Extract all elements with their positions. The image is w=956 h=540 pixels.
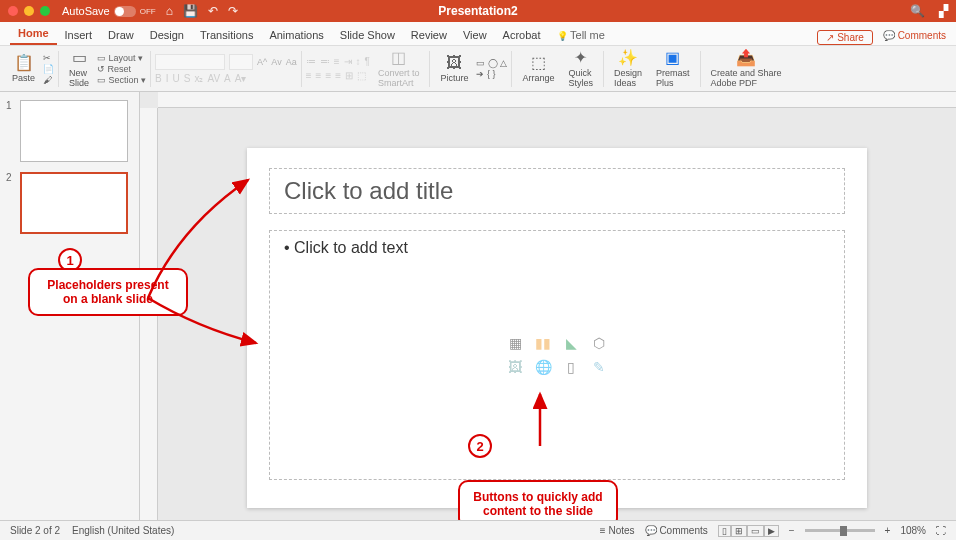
annotation-callout-2: Buttons to quickly add content to the sl… xyxy=(458,480,618,520)
smartart-button[interactable]: ◫Convert to SmartArt xyxy=(372,46,426,91)
tab-review[interactable]: Review xyxy=(403,25,455,45)
insert-smartart-icon[interactable]: ◣ xyxy=(560,334,582,352)
arrow-icon xyxy=(528,388,552,448)
tab-slideshow[interactable]: Slide Show xyxy=(332,25,403,45)
notes-button[interactable]: ≡ Notes xyxy=(600,525,635,536)
ribbon-tabs: Home Insert Draw Design Transitions Anim… xyxy=(0,22,956,46)
insert-video-icon[interactable]: ▯ xyxy=(560,358,582,376)
close-window-icon[interactable] xyxy=(8,6,18,16)
status-language[interactable]: English (United States) xyxy=(72,525,174,536)
insert-picture-icon[interactable]: 🖼 xyxy=(504,358,526,376)
premast-button[interactable]: ▣Premast Plus xyxy=(650,46,696,91)
home-icon[interactable]: ⌂ xyxy=(166,4,173,18)
thumbnail-slide[interactable] xyxy=(20,172,128,234)
body-placeholder-text: • Click to add text xyxy=(284,239,408,256)
save-icon[interactable]: 💾 xyxy=(183,4,198,18)
arrow-icon xyxy=(138,168,268,348)
insert-online-icon[interactable]: 🌐 xyxy=(532,358,554,376)
tab-view[interactable]: View xyxy=(455,25,495,45)
macos-titlebar: AutoSave OFF ⌂ 💾 ↶ ↷ Presentation2 🔍 ▞ xyxy=(0,0,956,22)
window-controls[interactable] xyxy=(8,6,50,16)
title-placeholder[interactable]: Click to add title xyxy=(269,168,845,214)
zoom-slider[interactable] xyxy=(805,529,875,532)
paragraph-row1[interactable]: ≔≕≡⇥↕¶ xyxy=(306,56,370,67)
minimize-window-icon[interactable] xyxy=(24,6,34,16)
clipboard-extras[interactable]: ✂📄🖌 xyxy=(43,53,54,85)
thumbnail-2[interactable]: 2 xyxy=(6,172,133,234)
tab-animations[interactable]: Animations xyxy=(261,25,331,45)
zoom-out-button[interactable]: − xyxy=(789,525,795,536)
zoom-in-button[interactable]: + xyxy=(885,525,891,536)
paste-button[interactable]: 📋Paste xyxy=(6,46,41,91)
slide[interactable]: Click to add title • Click to add text ▦… xyxy=(247,148,867,508)
slide-canvas-area: Click to add title • Click to add text ▦… xyxy=(140,92,956,520)
tab-draw[interactable]: Draw xyxy=(100,25,142,45)
tellme-search[interactable]: Tell me xyxy=(549,25,613,45)
tab-transitions[interactable]: Transitions xyxy=(192,25,261,45)
shapes-gallery[interactable]: ▭ ◯ △➔ { } xyxy=(476,58,507,79)
insert-3d-icon[interactable]: ⬡ xyxy=(588,334,610,352)
insert-icon-icon[interactable]: ✎ xyxy=(588,358,610,376)
tab-acrobat[interactable]: Acrobat xyxy=(495,25,549,45)
arrange-button[interactable]: ⬚Arrange xyxy=(516,46,560,91)
share-button[interactable]: ↗ Share xyxy=(817,30,872,45)
status-slide: Slide 2 of 2 xyxy=(10,525,60,536)
content-quick-icons[interactable]: ▦ ▮▮ ◣ ⬡ 🖼 🌐 ▯ ✎ xyxy=(504,334,610,376)
fullscreen-window-icon[interactable] xyxy=(40,6,50,16)
annotation-badge-2: 2 xyxy=(468,434,492,458)
picture-button[interactable]: 🖼Picture xyxy=(434,46,474,91)
document-title: Presentation2 xyxy=(438,4,517,18)
fit-window-icon[interactable]: ⛶ xyxy=(936,525,946,536)
ribbon-toggle-icon[interactable]: ▞ xyxy=(939,4,948,18)
undo-icon[interactable]: ↶ xyxy=(208,4,218,18)
font-format-row[interactable]: BIUSx₂AVAA▾ xyxy=(155,73,297,84)
design-ideas-button[interactable]: ✨Design Ideas xyxy=(608,46,648,91)
qat: ⌂ 💾 ↶ ↷ xyxy=(166,4,238,18)
comments-button[interactable]: 💬 Comments xyxy=(645,525,708,536)
redo-icon[interactable]: ↷ xyxy=(228,4,238,18)
quick-styles-button[interactable]: ✦Quick Styles xyxy=(563,46,600,91)
insert-table-icon[interactable]: ▦ xyxy=(504,334,526,352)
tab-insert[interactable]: Insert xyxy=(57,25,101,45)
search-icon[interactable]: 🔍 xyxy=(910,4,925,18)
slide-options[interactable]: ▭ Layout ▾ ↺ Reset ▭ Section ▾ xyxy=(97,53,146,85)
content-placeholder[interactable]: • Click to add text ▦ ▮▮ ◣ ⬡ 🖼 🌐 ▯ ✎ xyxy=(269,230,845,480)
workspace: 1 2 Click to add title • Click to add te… xyxy=(0,92,956,520)
view-buttons[interactable]: ▯⊞▭▶ xyxy=(718,525,779,536)
status-bar: Slide 2 of 2 English (United States) ≡ N… xyxy=(0,520,956,540)
tab-design[interactable]: Design xyxy=(142,25,192,45)
autosave-label: AutoSave xyxy=(62,5,110,17)
ribbon: 📋Paste ✂📄🖌 ▭New Slide ▭ Layout ▾ ↺ Reset… xyxy=(0,46,956,92)
font-selector[interactable]: A^AvAa xyxy=(155,54,297,70)
thumbnail-slide[interactable] xyxy=(20,100,128,162)
comments-button[interactable]: 💬 Comments xyxy=(883,30,946,45)
zoom-level[interactable]: 108% xyxy=(900,525,926,536)
autosave-toggle[interactable]: AutoSave OFF xyxy=(62,5,156,17)
paragraph-row2[interactable]: ≡≡≡≡⊞⬚ xyxy=(306,70,370,81)
horizontal-ruler xyxy=(158,92,956,108)
tab-home[interactable]: Home xyxy=(10,23,57,45)
new-slide-button[interactable]: ▭New Slide xyxy=(63,46,95,91)
insert-chart-icon[interactable]: ▮▮ xyxy=(532,334,554,352)
adobe-pdf-button[interactable]: 📤Create and Share Adobe PDF xyxy=(705,46,788,91)
thumbnail-1[interactable]: 1 xyxy=(6,100,133,162)
autosave-state: OFF xyxy=(140,7,156,16)
toggle-icon[interactable] xyxy=(114,6,136,17)
